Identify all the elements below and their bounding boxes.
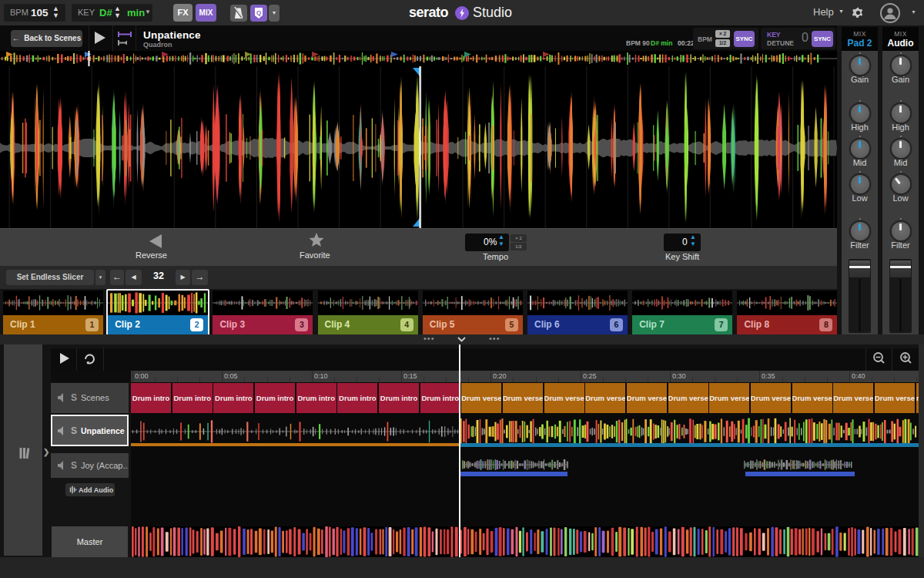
svg-text:Q: Q: [256, 9, 261, 16]
